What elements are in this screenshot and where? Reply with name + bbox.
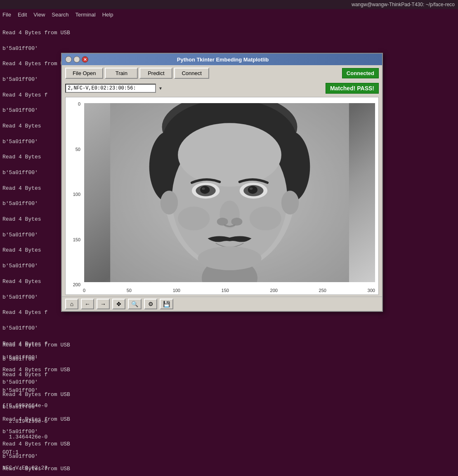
tk-titlebar: _ □ ✕ Python Tkinter Embeding Matplotlib <box>62 54 382 65</box>
x-label-250: 250 <box>319 288 326 293</box>
move-button[interactable]: ✥ <box>112 299 125 309</box>
terminal-line: b'5a01ff00' <box>2 429 38 435</box>
x-label-100: 100 <box>173 288 180 293</box>
svg-point-17 <box>250 187 253 190</box>
terminal-titlebar: wangw@wangw-ThinkPad-T430: ~/p/face-reco <box>0 0 458 9</box>
menu-terminal[interactable]: Terminal <box>76 12 96 18</box>
svg-point-24 <box>178 207 210 231</box>
terminal-line: b'5a01ff00' <box>2 325 456 332</box>
terminal-line: b'5a01ff00' <box>2 354 38 361</box>
svg-point-23 <box>281 191 299 214</box>
svg-point-19 <box>217 218 228 226</box>
terminal-line: b'5a01ff00' <box>2 404 38 410</box>
x-label-200: 200 <box>270 288 278 293</box>
nfc-input[interactable] <box>65 84 156 93</box>
train-button[interactable]: Train <box>105 68 138 79</box>
maximize-button[interactable]: □ <box>73 56 80 63</box>
home-button[interactable]: ⌂ <box>65 299 78 309</box>
terminal-line: Read 4 Bytes from USB <box>2 367 70 373</box>
chart-area: 0 50 100 150 200 <box>65 97 379 295</box>
terminal-line: b'5a01ff00' <box>2 453 38 460</box>
svg-point-21 <box>198 246 261 270</box>
connect-button[interactable]: Connect <box>174 68 209 79</box>
tk-window-controls: _ □ ✕ <box>65 56 88 63</box>
y-label-150: 150 <box>73 237 80 242</box>
terminal-line: b'5a01ff00' <box>2 45 456 53</box>
tkinter-window: _ □ ✕ Python Tkinter Embeding Matplotlib… <box>61 53 383 312</box>
menu-edit[interactable]: Edit <box>18 12 27 18</box>
terminal-line: Read 4 Bytes from USB <box>2 441 70 447</box>
zoom-button[interactable]: 🔍 <box>128 299 142 309</box>
predict-button[interactable]: Predict <box>139 68 172 79</box>
menu-view[interactable]: View <box>33 12 45 18</box>
y-label-200: 200 <box>73 282 80 287</box>
svg-point-9 <box>178 123 281 186</box>
matched-status-badge: Matched! PASS! <box>326 83 379 94</box>
terminal-line: Read 4 Bytes from USB <box>2 342 70 348</box>
tk-title: Python Tkinter Embeding Matplotlib <box>88 57 357 63</box>
svg-point-25 <box>250 207 281 231</box>
menu-search[interactable]: Search <box>52 12 68 18</box>
terminal-line: Read 4 Bytes from USB <box>2 391 70 398</box>
terminal-line: Read 4 Bytes from USB <box>2 416 70 422</box>
menu-help[interactable]: Help <box>102 12 113 18</box>
y-label-100: 100 <box>73 192 80 197</box>
terminal-bottom: Read 4 Bytes from USB b'5a01ff00' Read 4… <box>0 334 73 476</box>
svg-point-13 <box>202 187 205 190</box>
terminal-line: Read 4 Bytes from USB <box>2 466 70 472</box>
settings-button[interactable]: ⚙ <box>144 299 157 309</box>
connected-status-badge: Connected <box>342 68 379 78</box>
svg-point-16 <box>248 186 257 194</box>
save-button[interactable]: 💾 <box>160 299 173 309</box>
menu-file[interactable]: File <box>2 12 11 18</box>
svg-point-20 <box>231 218 242 226</box>
y-label-0: 0 <box>78 101 80 106</box>
face-image <box>84 103 375 282</box>
svg-point-12 <box>200 186 210 194</box>
tk-toolbar: File Open Train Predict Connect Connecte… <box>62 65 382 81</box>
y-label-50: 50 <box>76 147 80 152</box>
x-axis-labels: 0 50 100 150 200 250 300 <box>83 288 375 293</box>
face-svg <box>84 103 375 282</box>
minimize-button[interactable]: _ <box>65 56 72 63</box>
x-label-0: 0 <box>83 288 85 293</box>
file-open-button[interactable]: File Open <box>65 68 103 79</box>
forward-button[interactable]: → <box>97 299 110 309</box>
back-button[interactable]: ← <box>81 299 94 309</box>
dropdown-arrow[interactable]: ▾ <box>159 85 162 91</box>
tk-input-row: ▾ Matched! PASS! <box>62 81 382 95</box>
x-label-50: 50 <box>127 288 132 293</box>
svg-point-22 <box>161 191 178 214</box>
close-button[interactable]: ✕ <box>82 56 88 63</box>
x-label-300: 300 <box>368 288 375 293</box>
terminal-line: Read 4 Bytes from USB <box>2 29 456 37</box>
terminal-line: b'5a01ff00' <box>2 379 38 385</box>
y-axis-labels: 0 50 100 150 200 <box>66 101 82 287</box>
terminal-menubar: File Edit View Search Terminal Help <box>0 9 458 20</box>
x-label-150: 150 <box>222 288 229 293</box>
matplotlib-toolbar: ⌂ ← → ✥ 🔍 ⚙ 💾 <box>62 297 382 311</box>
